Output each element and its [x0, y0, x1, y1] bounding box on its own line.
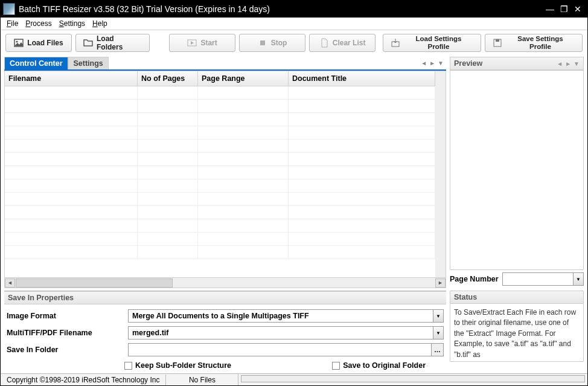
menu-file[interactable]: File	[7, 19, 18, 28]
preview-scroll-right-icon[interactable]: ►	[565, 60, 571, 67]
save-settings-profile-button[interactable]: Save Settings Profile	[485, 34, 583, 52]
status-heading: Status	[450, 291, 584, 304]
document-icon	[319, 38, 329, 48]
preview-area	[450, 70, 584, 270]
save-in-folder-label: Save In Folder	[7, 346, 124, 354]
save-profile-icon	[493, 38, 502, 48]
stop-button[interactable]: Stop	[239, 34, 305, 52]
tab-dropdown-icon[interactable]: ▼	[438, 60, 444, 66]
scroll-right-icon[interactable]: ►	[435, 278, 446, 288]
clear-list-button[interactable]: Clear List	[309, 34, 375, 52]
titlebar: Batch TIFF Resizer v3.58 (32 Bit) Trial …	[1, 1, 587, 18]
col-page-range[interactable]: Page Range	[198, 71, 289, 86]
chevron-down-icon[interactable]: ▼	[573, 273, 583, 285]
main-tabs: Control Center Settings ◄ ► ▼	[4, 57, 446, 71]
file-table: Filename No of Pages Page Range Document…	[4, 71, 446, 288]
window-title: Batch TIFF Resizer v3.58 (32 Bit) Trial …	[19, 4, 546, 14]
load-settings-profile-button[interactable]: Load Settings Profile	[383, 34, 481, 52]
checkbox-icon	[332, 362, 340, 370]
load-folders-button[interactable]: Load Folders	[75, 34, 150, 52]
svg-rect-3	[260, 40, 265, 45]
image-format-select[interactable]: ▼	[128, 309, 444, 323]
minimize-button[interactable]: —	[546, 4, 554, 14]
menubar: File Process Settings Help	[1, 18, 587, 30]
col-filename[interactable]: Filename	[5, 71, 138, 86]
col-document-title[interactable]: Document Title	[289, 71, 435, 86]
start-button[interactable]: Start	[169, 34, 235, 52]
image-format-label: Image Format	[7, 312, 124, 320]
copyright-text: Copyright ©1998-2019 iRedSoft Technology…	[1, 375, 165, 385]
page-number-label: Page Number	[450, 275, 499, 283]
progress-bar	[241, 375, 585, 382]
play-icon	[187, 38, 197, 48]
menu-settings[interactable]: Settings	[59, 19, 85, 28]
tab-control-center[interactable]: Control Center	[4, 57, 68, 69]
tab-scroll-left-icon[interactable]: ◄	[421, 60, 427, 66]
menu-process[interactable]: Process	[25, 19, 51, 28]
menu-help[interactable]: Help	[92, 19, 107, 28]
preview-heading: Preview ◄ ► ▼	[450, 57, 584, 70]
status-text: To Save/Extract Each File in each row to…	[450, 304, 584, 362]
maximize-button[interactable]: ❐	[560, 4, 568, 14]
save-original-folder-checkbox[interactable]: Save to Original Folder	[332, 361, 426, 370]
scroll-left-icon[interactable]: ◄	[5, 278, 15, 288]
save-in-folder-input[interactable]	[128, 343, 432, 356]
folder-icon	[83, 38, 93, 48]
checkbox-icon	[124, 362, 132, 370]
col-no-of-pages[interactable]: No of Pages	[138, 71, 198, 86]
stop-icon	[258, 38, 267, 48]
vertical-scrollbar[interactable]	[435, 71, 446, 277]
progress-cell	[238, 374, 587, 385]
statusbar: Copyright ©1998-2019 iRedSoft Technology…	[1, 373, 587, 385]
horizontal-scrollbar[interactable]: ◄ ►	[5, 277, 446, 288]
image-format-input[interactable]	[128, 309, 433, 323]
chevron-down-icon[interactable]: ▼	[433, 309, 444, 323]
keep-subfolder-checkbox[interactable]: Keep Sub-Folder Structure	[124, 361, 231, 370]
file-count-text: No Files	[165, 375, 238, 385]
multitiff-filename-input[interactable]	[128, 326, 433, 339]
svg-rect-6	[496, 39, 499, 42]
table-body[interactable]	[5, 86, 435, 277]
close-button[interactable]: ✕	[574, 4, 581, 14]
scrollbar-thumb[interactable]	[16, 278, 173, 288]
toolbar: Load Files Load Folders Start Stop Clear…	[1, 30, 587, 56]
page-number-select[interactable]: ▼	[502, 272, 584, 286]
app-window: Batch TIFF Resizer v3.58 (32 Bit) Trial …	[0, 0, 588, 386]
preview-scroll-left-icon[interactable]: ◄	[557, 60, 563, 67]
browse-button[interactable]: …	[432, 343, 444, 356]
multitiff-filename-field[interactable]: ▼	[128, 326, 444, 339]
load-profile-icon	[391, 38, 400, 48]
tab-scroll-right-icon[interactable]: ►	[429, 60, 435, 66]
save-in-folder-field[interactable]: …	[128, 343, 444, 356]
multitiff-filename-label: MultiTIFF/PDF Filename	[7, 329, 124, 337]
image-icon	[14, 38, 24, 48]
svg-point-1	[16, 41, 18, 43]
load-files-button[interactable]: Load Files	[5, 34, 72, 52]
app-icon	[3, 3, 15, 15]
chevron-down-icon[interactable]: ▼	[433, 326, 444, 339]
save-in-properties-heading: Save In Properties	[4, 291, 446, 304]
preview-dropdown-icon[interactable]: ▼	[574, 60, 580, 67]
tab-settings[interactable]: Settings	[68, 57, 109, 69]
